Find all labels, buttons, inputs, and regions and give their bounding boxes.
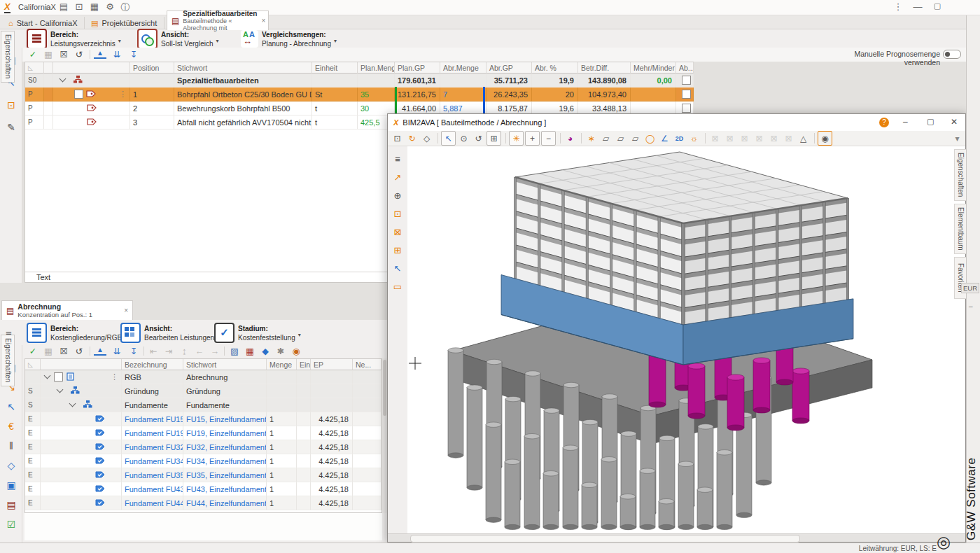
measure-angle-icon[interactable]: ∠ — [658, 132, 671, 145]
undo-icon[interactable]: ↺ — [73, 48, 85, 60]
selection-cube-icon[interactable]: ⊡ — [391, 206, 405, 220]
chevron-expand-icon[interactable] — [44, 372, 51, 379]
forward-icon[interactable]: → — [209, 345, 221, 357]
save-icon[interactable]: ▦ — [42, 345, 55, 357]
maximize-icon[interactable]: ▢ — [931, 1, 944, 10]
column-header[interactable]: Abr.Menge — [440, 62, 486, 74]
settings-icon[interactable]: ✱ — [274, 345, 287, 357]
back-icon[interactable]: ← — [193, 345, 206, 357]
ab-checkbox[interactable] — [682, 104, 691, 113]
clip-1-icon[interactable]: ⊠ — [708, 132, 722, 145]
column-header[interactable] — [41, 359, 122, 370]
column-header[interactable]: Position — [130, 62, 174, 74]
table-row[interactable]: EFundament FU35FU35, Einzelfundament, Bo… — [25, 468, 382, 482]
table-row[interactable]: EFundament FU19FU19, Einzelfundament, Bo… — [25, 426, 382, 440]
zoom-out-icon[interactable]: − — [541, 131, 556, 146]
bereich-dropdown[interactable]: Bereich: Leistungsverzeichnis ▾ — [27, 29, 121, 48]
vergleichsmengen-dropdown[interactable]: A A ↔ Vergleichsmengen: Planung - Abrech… — [241, 29, 337, 48]
tag-icon[interactable] — [95, 429, 105, 436]
component-box-icon[interactable]: ⊡ — [4, 98, 18, 112]
column-header[interactable]: Plan.Menge — [358, 62, 395, 74]
close-tab-icon[interactable]: × — [261, 17, 265, 24]
clip-6-icon[interactable]: ⊠ — [782, 132, 795, 145]
camera-capture-icon[interactable]: ◉ — [818, 131, 832, 146]
tag-icon[interactable] — [95, 415, 105, 422]
toolbar-overflow-icon[interactable]: ▾ — [951, 132, 964, 145]
window-badge-icon[interactable]: ⊡ — [73, 1, 85, 12]
table-row[interactable]: SGründungGründung — [25, 384, 382, 398]
chart-icon[interactable]: ▨ — [228, 345, 241, 357]
ab-ansicht-dropdown[interactable]: Ansicht: Bearbeiten Leistungen ▾ — [120, 323, 220, 342]
zoom-select-icon[interactable]: ⊕ — [391, 188, 405, 202]
tab-projektuebersicht[interactable]: ▤ Projektübersicht — [84, 17, 164, 29]
fit-view-icon[interactable]: ⊞ — [486, 131, 501, 146]
image-folder-icon[interactable]: ▦ — [88, 1, 101, 12]
model-cube-icon[interactable]: ▣ — [4, 478, 18, 492]
kebab-menu-icon[interactable]: ⋮ — [892, 1, 904, 12]
tag-icon[interactable] — [95, 499, 105, 506]
column-header[interactable]: Abr.GP — [486, 62, 532, 74]
bim-3d-viewport[interactable] — [407, 146, 954, 533]
column-header[interactable]: EP — [311, 359, 353, 370]
document-stack-icon[interactable]: ▤ — [4, 498, 18, 512]
minimize-icon[interactable]: – — [903, 117, 908, 127]
table-row[interactable]: SFundamenteFundamente — [25, 398, 382, 412]
visibility-icon[interactable]: ◉ — [290, 345, 302, 357]
ab-checkbox[interactable] — [682, 76, 691, 85]
scroll-top-icon[interactable]: ▲ — [94, 48, 106, 59]
scroll-top-icon[interactable]: ▲ — [94, 345, 106, 356]
column-header[interactable] — [53, 62, 130, 74]
ab-checkbox[interactable] — [682, 90, 691, 99]
star-marked-icon[interactable]: ✳ — [509, 131, 524, 146]
budget-icon[interactable]: ▦ — [244, 345, 256, 357]
color-wheel-icon[interactable]: ◕ — [564, 132, 577, 145]
model-arrow-icon[interactable]: ↗ — [391, 170, 405, 184]
shapes-icon[interactable]: ◇ — [4, 458, 18, 472]
indent-icon[interactable]: ⇥ — [162, 345, 175, 357]
bim-tab-eigenschaften[interactable]: Eigenschaften — [954, 149, 967, 201]
dimension-2d-icon[interactable]: 2D — [673, 132, 686, 145]
tab-start[interactable]: ⌂ Start - CaliforniaX — [1, 17, 85, 29]
component-list-icon[interactable]: ▭ — [391, 279, 405, 293]
model-box-icon[interactable]: ◇ — [420, 132, 433, 145]
price-tag-euro-icon[interactable]: € — [4, 419, 18, 433]
panel-tab-eigenschaften-bottom[interactable]: Eigenschaften — [1, 335, 15, 386]
checklist-icon[interactable]: ☑ — [4, 517, 18, 531]
component-cube-icon[interactable]: ⊞ — [391, 243, 405, 257]
bim-tab-elementbaum[interactable]: Elementbaum — [954, 204, 967, 254]
minimize-icon[interactable]: — — [911, 1, 924, 12]
tag-icon[interactable] — [87, 118, 97, 125]
model-link-icon[interactable]: ◆ — [259, 345, 272, 357]
bim-bottom-scrollbar[interactable] — [388, 533, 965, 542]
close-tab-icon[interactable]: × — [124, 307, 128, 314]
menu-icon[interactable]: ≡ — [391, 152, 405, 166]
tag-icon[interactable] — [95, 471, 105, 478]
column-header[interactable]: Mehr/Minder — [631, 62, 676, 74]
close-icon[interactable]: ✕ — [951, 117, 958, 127]
collapse-down-icon[interactable]: ↧ — [127, 48, 140, 60]
table-row[interactable]: EFundament FU43FU43, Einzelfundament, Bo… — [25, 482, 382, 496]
collapse-down-icon[interactable]: ↧ — [127, 345, 140, 357]
clip-3-icon[interactable]: ⊠ — [738, 132, 751, 145]
table-row[interactable]: EFundament FU44FU44, Einzelfundament, Bo… — [25, 496, 382, 510]
confirm-icon[interactable]: ✓ — [27, 345, 39, 357]
table-row[interactable]: S0Spezialtiefbauarbeiten179.601,3135.711… — [25, 74, 693, 88]
chevron-expand-icon[interactable] — [57, 386, 64, 393]
column-header[interactable]: Einheit — [312, 62, 358, 74]
ansicht-dropdown[interactable]: Ansicht: Soll-Ist Vergleich ▾ — [137, 29, 219, 48]
bim-titlebar[interactable]: X BIM2AVA [ Bauteilmethode / Abrechnung … — [388, 114, 965, 132]
layer-middle-icon[interactable]: ▱ — [614, 132, 627, 145]
gear-icon[interactable]: ⚙ — [104, 1, 116, 12]
cone-view-icon[interactable]: △ — [797, 132, 810, 145]
layer-bottom-icon[interactable]: ▱ — [629, 132, 642, 145]
column-header[interactable]: ◺ — [25, 62, 44, 74]
light-cube-icon[interactable]: ☼ — [687, 132, 701, 145]
table-row[interactable]: ⋮RGBAbrechnung — [25, 370, 382, 384]
kebab-menu-icon[interactable]: ⋮ — [119, 90, 127, 99]
cancel-icon[interactable]: ☒ — [57, 48, 70, 60]
expand-all-icon[interactable]: ⇊ — [111, 48, 123, 60]
clip-box-icon[interactable]: ⊠ — [391, 225, 405, 239]
import-model-icon[interactable]: ⊡ — [391, 132, 404, 145]
open-external-icon[interactable]: ↖ — [4, 400, 18, 414]
select-tool-icon[interactable]: ↖ — [441, 131, 456, 146]
